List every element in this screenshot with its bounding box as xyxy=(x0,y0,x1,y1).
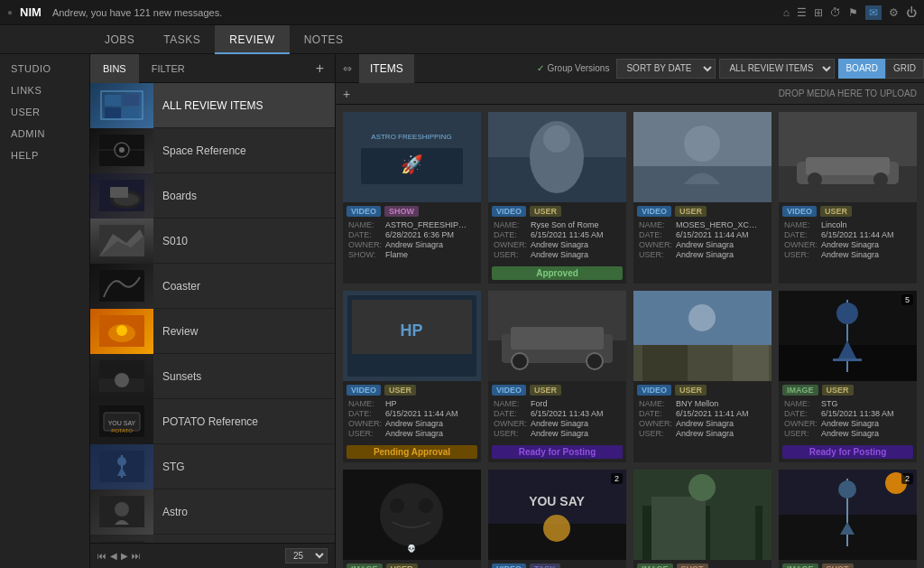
card-status-4: Pending Approval xyxy=(346,445,477,459)
card-status-5: Ready for Posting xyxy=(492,445,623,459)
bin-thumb-coaster xyxy=(90,264,153,309)
clock-icon[interactable]: ⏱ xyxy=(830,6,841,19)
view-board-button[interactable]: BOARD xyxy=(838,59,885,79)
sidebar-item-help[interactable]: HELP xyxy=(0,144,89,166)
svg-rect-2 xyxy=(123,95,139,106)
card-tag-shot: SHOT xyxy=(822,563,854,568)
card-tags-0: VIDEO SHOW xyxy=(343,202,481,219)
add-item-button[interactable]: + xyxy=(343,87,350,101)
board-card-11[interactable]: 2 IMAGE SHOT NAME:QU_010 Ref DATE:5/25/2… xyxy=(779,470,917,568)
svg-text:🚀: 🚀 xyxy=(401,154,423,175)
bins-add-button[interactable]: + xyxy=(305,61,335,77)
power-icon[interactable]: ⏻ xyxy=(906,6,917,19)
svg-point-51 xyxy=(808,172,822,187)
tab-tasks[interactable]: TASKS xyxy=(149,25,215,54)
bin-item-stg[interactable]: STG xyxy=(90,444,335,489)
bin-item-review-521[interactable]: Review 5/21 xyxy=(90,535,335,543)
sidebar-item-links[interactable]: LINKS xyxy=(0,79,89,101)
bin-label-potato-reference: POTATO Reference xyxy=(153,415,267,428)
home-icon[interactable]: ⌂ xyxy=(783,6,790,19)
tab-jobs[interactable]: JOBS xyxy=(90,25,149,54)
svg-point-61 xyxy=(512,353,528,369)
board-card-9[interactable]: YOU SAY 2 VIDEO TASK NAME:OOPS_011_comp_… xyxy=(488,470,626,568)
items-tab[interactable]: ITEMS xyxy=(359,54,414,83)
board-card-5[interactable]: VIDEO USER NAME:Ford DATE:6/15/2021 11:4… xyxy=(488,291,626,462)
review-items-select[interactable]: ALL REVIEW ITEMS xyxy=(719,59,835,79)
topbar-icons: ⌂ ☰ ⊞ ⏱ ⚑ ✉ ⚙ ⏻ xyxy=(783,5,917,20)
bins-header: BINS FILTER + xyxy=(90,54,335,83)
card-tags-4: VIDEO USER xyxy=(343,381,481,397)
sidebar-item-studio[interactable]: STUDIO xyxy=(0,58,89,79)
bin-thumb-space-reference xyxy=(90,128,153,173)
bin-label-boards: Boards xyxy=(153,190,206,202)
bin-item-space-reference[interactable]: Space Reference xyxy=(90,128,335,173)
tab-notes[interactable]: NOTES xyxy=(290,25,358,54)
group-versions-label: Group Versions xyxy=(548,63,610,73)
mail-icon[interactable]: ✉ xyxy=(865,5,882,20)
board-card-6[interactable]: VIDEO USER NAME:BNY Mellon DATE:6/15/202… xyxy=(633,291,772,462)
page-size-select[interactable]: 10 25 50 100 xyxy=(285,548,328,563)
card-thumb-0: ASTRO FREESHIPPING🚀 xyxy=(343,112,481,202)
bin-item-coaster[interactable]: Coaster xyxy=(90,264,335,309)
topbar: ● NIM Andrew, you have 121 new messages.… xyxy=(0,0,924,25)
bin-item-all-review[interactable]: ALL REVIEW ITEMS xyxy=(90,83,335,128)
page-prev-btn[interactable]: ◀ xyxy=(110,551,117,561)
sort-select[interactable]: SORT BY DATE SORT BY NAME xyxy=(616,59,716,79)
card-tag-image: IMAGE xyxy=(637,563,673,568)
board-card-10[interactable]: IMAGE SHOT NAME:QU_010_v3 DATE:5/25/2021… xyxy=(633,470,772,568)
board-card-4[interactable]: HP VIDEO USER NAME:HP DATE:6/15/2021 11:… xyxy=(343,291,481,462)
svg-point-7 xyxy=(119,147,125,153)
sidebar-item-user[interactable]: USER xyxy=(0,101,89,123)
card-tag-user: USER xyxy=(675,385,707,396)
page-next-btn[interactable]: ▶ xyxy=(121,551,128,561)
bins-tab-filter[interactable]: FILTER xyxy=(139,54,198,83)
bin-item-s010[interactable]: S010 xyxy=(90,219,335,264)
grid-icon[interactable]: ⊞ xyxy=(814,6,823,19)
svg-rect-4 xyxy=(123,107,139,118)
svg-rect-60 xyxy=(511,327,604,349)
svg-text:💀: 💀 xyxy=(407,544,416,553)
bin-thumb-review-521 xyxy=(90,535,153,544)
svg-point-20 xyxy=(116,325,127,336)
card-tags-2: VIDEO USER xyxy=(633,202,772,219)
board-card-7[interactable]: 5 IMAGE USER NAME:STG DATE:6/15/2021 11:… xyxy=(779,291,917,462)
bookmark-icon[interactable]: ⚑ xyxy=(848,6,858,19)
bin-item-sunsets[interactable]: Sunsets xyxy=(90,354,335,399)
board-card-1[interactable]: VIDEO USER NAME:Ryse Son of Rome DATE:6/… xyxy=(488,112,626,284)
bin-item-astro[interactable]: Astro xyxy=(90,489,335,535)
view-grid-button[interactable]: GRID xyxy=(885,59,924,79)
bin-item-review[interactable]: Review xyxy=(90,309,335,354)
board-row-0: ASTRO FREESHIPPING🚀 VIDEO SHOW NAME:ASTR… xyxy=(343,112,917,284)
page-first-btn[interactable]: ⏮ xyxy=(97,551,106,561)
svg-text:POTATO: POTATO xyxy=(111,428,133,433)
bin-item-potato-reference[interactable]: YOU SAYPOTATO POTATO Reference xyxy=(90,399,335,444)
card-tag-video: VIDEO xyxy=(637,206,671,217)
page-last-btn[interactable]: ⏭ xyxy=(132,551,141,561)
tab-review[interactable]: REVIEW xyxy=(215,25,289,54)
card-thumb-8: 💀 xyxy=(343,470,481,560)
bin-label-stg: STG xyxy=(153,461,194,473)
card-tags-3: VIDEO USER xyxy=(779,202,917,219)
board-card-0[interactable]: ASTRO FREESHIPPING🚀 VIDEO SHOW NAME:ASTR… xyxy=(343,112,481,284)
board-card-2[interactable]: VIDEO USER NAME:MOSES_HERO_XCTS_14... DA… xyxy=(633,112,772,284)
bins-panel: BINS FILTER + ALL REVIEW ITEMS Space Ref… xyxy=(90,54,336,568)
card-thumb-10 xyxy=(633,470,772,560)
bin-label-all-review: ALL REVIEW ITEMS xyxy=(153,99,273,112)
bin-item-boards[interactable]: Boards xyxy=(90,173,335,219)
bin-label-s010: S010 xyxy=(153,235,197,247)
bin-thumb-all-review xyxy=(90,83,153,128)
bin-thumb-stg xyxy=(90,444,153,489)
sidebar-item-admin[interactable]: ADMIN xyxy=(0,123,89,144)
card-tags-11: IMAGE SHOT xyxy=(779,560,917,568)
card-info-7: NAME:STG DATE:6/15/2021 11:38 AM OWNER:A… xyxy=(779,397,917,442)
card-tag-shot: SHOT xyxy=(677,563,708,568)
bins-tab-bins[interactable]: BINS xyxy=(90,54,139,83)
nim-logo: NIM xyxy=(20,5,42,19)
list-icon[interactable]: ☰ xyxy=(797,6,807,19)
svg-point-43 xyxy=(543,126,570,153)
board-card-8[interactable]: 💀 IMAGE USER NAME:Halloween DATE:6/15/20… xyxy=(343,470,481,568)
board-card-3[interactable]: VIDEO USER NAME:Lincoln DATE:6/15/2021 1… xyxy=(779,112,917,284)
drop-media-label: DROP MEDIA HERE TO UPLOAD xyxy=(779,88,917,98)
gear-icon[interactable]: ⚙ xyxy=(889,6,899,19)
board-row-1: HP VIDEO USER NAME:HP DATE:6/15/2021 11:… xyxy=(343,291,917,462)
